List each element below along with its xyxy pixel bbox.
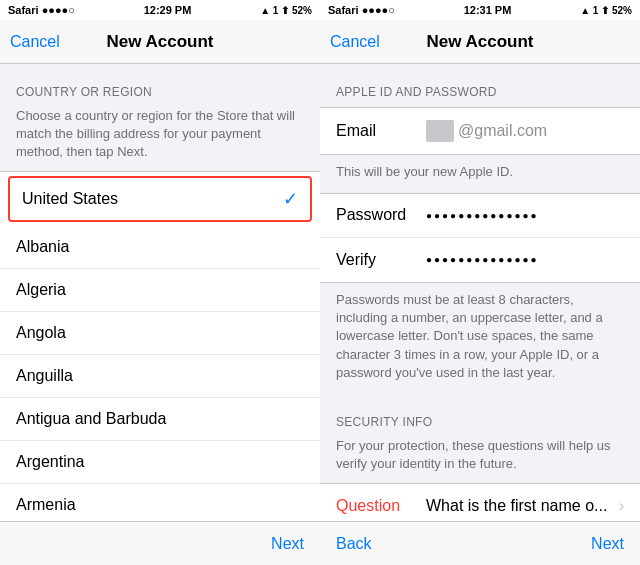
question1-value: What is the first name o... [426, 497, 619, 515]
verify-dots: ●●●●●●●●●●●●●● [426, 254, 624, 265]
appleid-form: Email @gmail.com [320, 107, 640, 155]
right-content: APPLE ID AND PASSWORD Email @gmail.com T… [320, 64, 640, 521]
country-item-5[interactable]: Antigua and Barbuda [0, 398, 320, 441]
password-row[interactable]: Password ●●●●●●●●●●●●●● [320, 194, 640, 238]
time-left: 12:29 PM [144, 4, 192, 16]
security-form: Question What is the first name o... › A… [320, 483, 640, 521]
password-dots: ●●●●●●●●●●●●●● [426, 210, 624, 221]
left-content: COUNTRY OR REGION Choose a country or re… [0, 64, 320, 521]
status-icons-right: ▲ 1 ⬆ 52% [580, 5, 632, 16]
cancel-button-left[interactable]: Cancel [10, 33, 60, 51]
status-bar-left: Safari ●●●●○ 12:29 PM ▲ 1 ⬆ 52% [0, 0, 320, 20]
password-hint: Passwords must be at least 8 characters,… [320, 283, 640, 394]
checkmark-icon: ✓ [283, 188, 298, 210]
appleid-section-header: APPLE ID AND PASSWORD [320, 64, 640, 107]
country-item-selected[interactable]: United States ✓ [8, 176, 312, 222]
next-button-left[interactable]: Next [271, 535, 304, 553]
country-item-1[interactable]: Albania [0, 226, 320, 269]
country-item-6[interactable]: Argentina [0, 441, 320, 484]
country-item-4[interactable]: Anguilla [0, 355, 320, 398]
cancel-button-right[interactable]: Cancel [330, 33, 380, 51]
nav-bar-right: Cancel New Account [320, 20, 640, 64]
country-item-3[interactable]: Angola [0, 312, 320, 355]
verify-label: Verify [336, 251, 426, 269]
email-input-area: @gmail.com [426, 120, 624, 142]
status-bar-right: Safari ●●●●○ 12:31 PM ▲ 1 ⬆ 52% [320, 0, 640, 20]
country-name-7: Armenia [16, 496, 76, 514]
right-screen: Safari ●●●●○ 12:31 PM ▲ 1 ⬆ 52% Cancel N… [320, 0, 640, 565]
email-box [426, 120, 454, 142]
bottom-bar-right: Back Next [320, 521, 640, 565]
email-row[interactable]: Email @gmail.com [320, 108, 640, 154]
country-name-5: Antigua and Barbuda [16, 410, 166, 428]
email-domain: @gmail.com [458, 122, 624, 140]
verify-row[interactable]: Verify ●●●●●●●●●●●●●● [320, 238, 640, 282]
nav-title-left: New Account [106, 32, 213, 52]
question1-row[interactable]: Question What is the first name o... › [320, 484, 640, 521]
country-name-6: Argentina [16, 453, 85, 471]
country-name-2: Algeria [16, 281, 66, 299]
next-button-right[interactable]: Next [591, 535, 624, 553]
time-right: 12:31 PM [464, 4, 512, 16]
chevron-right-icon-1: › [619, 497, 624, 515]
bottom-bar-left: Next [0, 521, 320, 565]
country-name-4: Anguilla [16, 367, 73, 385]
nav-title-right: New Account [426, 32, 533, 52]
carrier-right: Safari ●●●●○ [328, 4, 395, 16]
email-hint: This will be your new Apple ID. [320, 155, 640, 193]
country-name-selected: United States [22, 190, 118, 208]
nav-bar-left: Cancel New Account [0, 20, 320, 64]
back-button-right[interactable]: Back [336, 535, 372, 553]
carrier-left: Safari ●●●●○ [8, 4, 75, 16]
country-name-1: Albania [16, 238, 69, 256]
status-icons-left: ▲ 1 ⬆ 52% [260, 5, 312, 16]
country-section-header: COUNTRY OR REGION [0, 64, 320, 107]
country-item-2[interactable]: Algeria [0, 269, 320, 312]
password-form: Password ●●●●●●●●●●●●●● Verify ●●●●●●●●●… [320, 193, 640, 283]
left-screen: Safari ●●●●○ 12:29 PM ▲ 1 ⬆ 52% Cancel N… [0, 0, 320, 565]
security-description: For your protection, these questions wil… [320, 437, 640, 483]
security-section-header: SECURITY INFO [320, 394, 640, 437]
country-section-description: Choose a country or region for the Store… [0, 107, 320, 172]
question1-label: Question [336, 497, 426, 515]
country-name-3: Angola [16, 324, 66, 342]
password-label: Password [336, 206, 426, 224]
country-item-7[interactable]: Armenia [0, 484, 320, 521]
email-label: Email [336, 122, 426, 140]
